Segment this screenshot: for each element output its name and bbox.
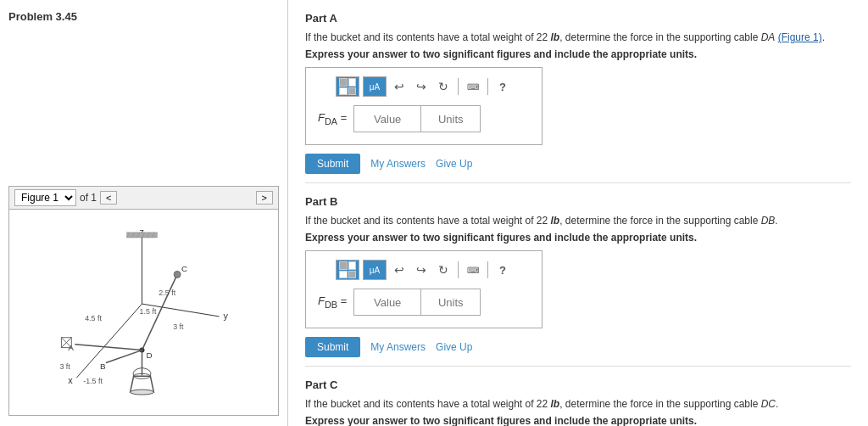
part-b-submit-row: Submit My Answers Give Up [305, 337, 851, 357]
part-a-toolbar: μA ↩ ↪ ↻ ⌨ ? [318, 76, 530, 97]
svg-text:y: y [224, 311, 229, 321]
part-a-refresh-icon[interactable]: ↻ [434, 76, 453, 97]
part-b-cable: DB [761, 215, 776, 227]
svg-text:C: C [181, 264, 187, 273]
part-a-value-input[interactable] [353, 105, 421, 132]
svg-text:3 ft: 3 ft [59, 362, 70, 371]
svg-point-26 [131, 390, 154, 395]
part-a-desc-pre: If the bucket and its contents have a to… [305, 31, 551, 43]
part-a-desc-post: , determine the force in the supporting … [559, 31, 760, 43]
part-a-description: If the bucket and its contents have a to… [305, 30, 851, 45]
figure-content: z y x D A B C [9, 210, 278, 415]
part-b-label: FDB = [318, 294, 347, 310]
part-b-undo-icon[interactable]: ↩ [390, 260, 409, 280]
svg-point-35 [174, 271, 181, 277]
part-a-submit-button[interactable]: Submit [305, 154, 360, 174]
part-b-my-answers-link[interactable]: My Answers [370, 341, 426, 353]
svg-text:1.5 ft: 1.5 ft [140, 307, 157, 316]
part-b-keyboard-icon[interactable]: ⌨ [464, 260, 482, 280]
part-a-submit-row: Submit My Answers Give Up [305, 154, 851, 174]
part-b-grid-icon-button[interactable] [336, 260, 359, 280]
part-c-desc-post: , determine the force in the supporting … [559, 398, 760, 410]
part-c-cable: DC [761, 398, 776, 410]
part-b-title: Part B [305, 195, 851, 208]
part-b-submit-button[interactable]: Submit [305, 337, 360, 357]
problem-title: Problem 3.45 [8, 10, 279, 23]
part-b-units-input[interactable] [421, 289, 481, 316]
part-b-subscript: DB [325, 300, 337, 310]
part-a-units-input[interactable] [421, 105, 481, 132]
part-b-desc-post: , determine the force in the supporting … [559, 215, 760, 227]
part-a-toolbar-sep [458, 78, 459, 95]
part-a-redo-icon[interactable]: ↪ [412, 76, 431, 97]
part-b-give-up-link[interactable]: Give Up [436, 341, 472, 353]
figure-select[interactable]: Figure 1 [14, 189, 76, 206]
part-b-toolbar-sep [458, 261, 459, 278]
part-b-help-icon[interactable]: ? [493, 260, 512, 280]
figure-of-text: of 1 [80, 192, 97, 204]
part-a-section: Part A If the bucket and its contents ha… [305, 0, 851, 183]
part-a-answer-box: μA ↩ ↪ ↻ ⌨ ? FDA = [305, 67, 542, 145]
figure-box: Figure 1 of 1 < > z y x [8, 186, 279, 416]
part-c-weight-unit: lb [551, 398, 560, 410]
svg-text:2.5 ft: 2.5 ft [159, 289, 175, 297]
part-c-description: If the bucket and its contents have a to… [305, 396, 851, 412]
part-b-mu-button[interactable]: μA [363, 260, 387, 280]
part-c-section: Part C If the bucket and its contents ha… [305, 367, 851, 426]
part-b-redo-icon[interactable]: ↪ [412, 260, 431, 280]
svg-text:D: D [146, 350, 152, 360]
figure-next-button[interactable]: > [256, 191, 273, 205]
part-a-label: FDA = [318, 111, 347, 126]
svg-text:4.5 ft: 4.5 ft [85, 314, 102, 322]
part-c-desc-pre: If the bucket and its contents have a to… [305, 398, 551, 410]
part-a-cable: DA [761, 31, 776, 43]
part-a-mu-button[interactable]: μA [363, 76, 387, 97]
left-panel: Problem 3.45 Figure 1 of 1 < > z y [0, 0, 288, 426]
part-b-toolbar-sep2 [487, 261, 488, 278]
part-b-section: Part B If the bucket and its contents ha… [305, 183, 851, 367]
part-b-instruction: Express your answer to two significant f… [305, 232, 851, 244]
part-a-weight-unit: lb [551, 31, 560, 43]
svg-text:-1.5 ft: -1.5 ft [83, 377, 103, 385]
figure-header: Figure 1 of 1 < > [9, 187, 278, 210]
svg-line-12 [106, 350, 142, 363]
part-c-instruction: Express your answer to two significant f… [305, 415, 851, 426]
part-b-description: If the bucket and its contents have a to… [305, 213, 851, 228]
figure-prev-button[interactable]: < [100, 191, 117, 205]
part-b-toolbar: μA ↩ ↪ ↻ ⌨ ? [318, 260, 530, 280]
part-b-desc-pre: If the bucket and its contents have a to… [305, 215, 551, 227]
part-b-grid-icon [339, 261, 356, 278]
part-a-help-icon[interactable]: ? [493, 76, 512, 97]
svg-text:x: x [68, 375, 73, 385]
part-a-answer-row: FDA = [318, 105, 530, 132]
part-b-weight-unit: lb [551, 215, 560, 227]
grid-icon [339, 78, 356, 95]
part-a-undo-icon[interactable]: ↩ [390, 76, 409, 97]
part-b-value-input[interactable] [353, 289, 421, 316]
part-a-instruction: Express your answer to two significant f… [305, 48, 851, 60]
part-a-grid-icon-button[interactable] [336, 76, 359, 97]
part-c-title: Part C [305, 378, 851, 391]
part-b-refresh-icon[interactable]: ↻ [434, 260, 453, 280]
part-a-title: Part A [305, 12, 851, 25]
part-a-keyboard-icon[interactable]: ⌨ [464, 76, 482, 97]
part-b-answer-row: FDB = [318, 289, 530, 316]
part-b-answer-box: μA ↩ ↪ ↻ ⌨ ? FDB = [305, 250, 542, 328]
figure-svg: z y x D A B C [9, 210, 278, 415]
svg-text:3 ft: 3 ft [173, 322, 184, 331]
part-a-subscript: DA [325, 116, 337, 126]
part-a-figure-ref[interactable]: (Figure 1) [778, 31, 822, 43]
part-a-my-answers-link[interactable]: My Answers [370, 158, 426, 170]
part-a-toolbar-sep2 [487, 78, 488, 95]
svg-line-11 [75, 345, 142, 350]
svg-text:B: B [100, 362, 106, 371]
part-a-give-up-link[interactable]: Give Up [436, 158, 472, 170]
right-panel: Part A If the bucket and its contents ha… [288, 0, 868, 426]
